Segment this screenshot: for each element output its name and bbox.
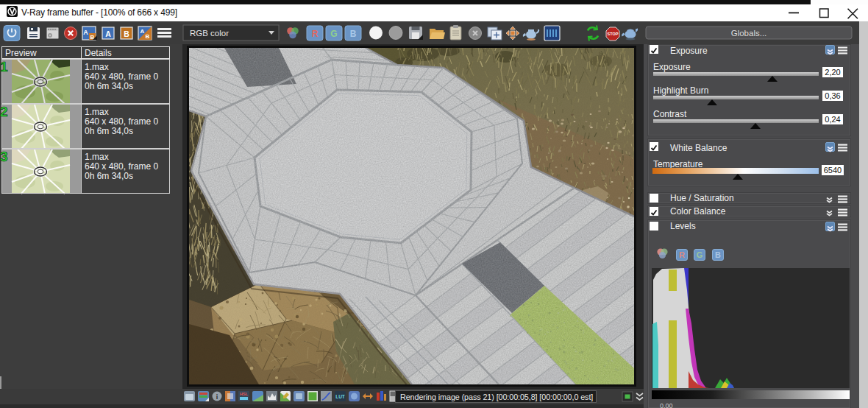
svg-text:0h 6m 34,0s: 0h 6m 34,0s (85, 171, 133, 181)
svg-text:Details: Details (85, 48, 112, 58)
svg-text:0h 6m 34,0s: 0h 6m 34,0s (85, 81, 133, 91)
svg-text:R: R (312, 29, 319, 39)
svg-text:640 x 480, frame 0: 640 x 480, frame 0 (85, 116, 158, 127)
svg-text:G: G (330, 29, 337, 39)
svg-text:640 x 480, frame 0: 640 x 480, frame 0 (85, 161, 158, 172)
svg-text:1.max: 1.max (85, 152, 109, 162)
svg-text:1: 1 (0, 59, 8, 74)
svg-text:640 x 480, frame 0: 640 x 480, frame 0 (85, 71, 158, 82)
svg-text:1.max: 1.max (85, 62, 109, 72)
svg-text:A: A (140, 28, 145, 35)
svg-text:Globals...: Globals... (731, 29, 767, 38)
svg-text:STOP: STOP (608, 32, 619, 36)
svg-text:Rendering image (pass 21) [00:: Rendering image (pass 21) [00:00:05,8] [… (400, 393, 593, 401)
svg-text:A: A (105, 29, 111, 38)
svg-text:RGB color: RGB color (190, 29, 229, 38)
svg-text:B: B (350, 29, 357, 39)
svg-text:0h 6m 34,0s: 0h 6m 34,0s (85, 126, 133, 136)
svg-text:B: B (146, 33, 150, 40)
svg-text:1.max: 1.max (85, 107, 109, 117)
svg-text:LUT: LUT (335, 394, 345, 399)
svg-text:3: 3 (0, 149, 8, 164)
svg-text:HSL: HSL (240, 392, 249, 396)
svg-text:2: 2 (0, 104, 8, 119)
svg-text:i: i (216, 393, 218, 401)
svg-text:B: B (124, 29, 129, 38)
svg-text:A: A (83, 29, 88, 36)
svg-text:Preview: Preview (5, 48, 37, 58)
